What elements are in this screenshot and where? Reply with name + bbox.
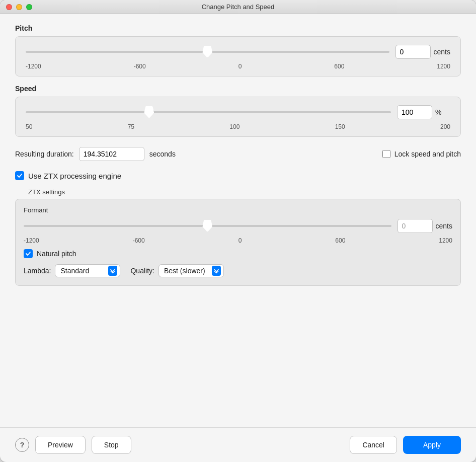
speed-slider-row: %: [26, 105, 450, 119]
pitch-tick-labels: -1200 -600 0 600 1200: [26, 63, 450, 70]
pitch-slider-row: cents: [26, 45, 450, 59]
maximize-button[interactable]: [26, 4, 32, 10]
apply-button[interactable]: Apply: [403, 436, 461, 454]
pitch-tick-2: 0: [239, 63, 242, 70]
speed-tick-4: 200: [440, 123, 450, 130]
speed-slider[interactable]: [26, 111, 391, 113]
duration-lock-row: Resulting duration: seconds Lock speed a…: [15, 147, 461, 161]
speed-tick-1: 75: [128, 123, 134, 130]
speed-tick-labels: 50 75 100 150 200: [26, 123, 450, 130]
pitch-section: Pitch cents -1200 -600 0 600 1200: [15, 24, 461, 76]
pitch-slider[interactable]: [26, 51, 389, 53]
natural-pitch-row: Natural pitch: [24, 249, 452, 258]
pitch-slider-container: [26, 47, 389, 57]
duration-input[interactable]: [79, 147, 144, 161]
ztx-engine-label: Use ZTX processing engine: [28, 172, 121, 180]
traffic-lights: [6, 4, 32, 10]
lambda-select-wrapper: Standard Fine Ultra: [55, 264, 120, 277]
speed-input[interactable]: [397, 105, 432, 119]
close-button[interactable]: [6, 4, 12, 10]
quality-select-wrapper: Best (slower) Good Fast: [158, 264, 224, 277]
speed-slider-box: % 50 75 100 150 200: [15, 97, 461, 137]
speed-slider-container: [26, 107, 391, 117]
pitch-tick-3: 600: [334, 63, 344, 70]
formant-tick-3: 600: [335, 237, 345, 244]
lambda-quality-row: Lambda: Standard Fine Ultra: [24, 264, 452, 277]
duration-label: Resulting duration:: [15, 150, 74, 158]
formant-tick-0: -1200: [24, 237, 39, 244]
natural-pitch-label: Natural pitch: [37, 250, 76, 258]
formant-tick-4: 1200: [439, 237, 452, 244]
lambda-group: Lambda: Standard Fine Ultra: [24, 264, 120, 277]
formant-slider-container: [24, 221, 391, 231]
speed-tick-0: 50: [26, 123, 32, 130]
window-title: Change Pitch and Speed: [202, 3, 275, 11]
title-bar: Change Pitch and Speed: [0, 0, 476, 14]
lock-label: Lock speed and pitch: [394, 150, 461, 158]
lock-row: Lock speed and pitch: [382, 150, 461, 158]
quality-group: Quality: Best (slower) Good Fast: [130, 264, 223, 277]
pitch-tick-0: -1200: [26, 63, 41, 70]
main-content: Pitch cents -1200 -600 0 600 1200: [0, 14, 476, 427]
lock-checkbox[interactable]: [382, 150, 390, 158]
pitch-slider-box: cents -1200 -600 0 600 1200: [15, 36, 461, 76]
minimize-button[interactable]: [16, 4, 22, 10]
speed-section: Speed % 50 75 100 150 200: [15, 85, 461, 137]
formant-tick-2: 0: [239, 237, 242, 244]
formant-tick-1: -600: [133, 237, 145, 244]
formant-input[interactable]: [398, 219, 433, 233]
speed-tick-3: 150: [335, 123, 345, 130]
speed-tick-2: 100: [229, 123, 240, 130]
ztx-box: Formant cents -1200 -600 0 600 1200: [15, 199, 461, 286]
duration-unit: seconds: [149, 150, 176, 158]
ztx-checkbox[interactable]: [15, 171, 24, 180]
speed-input-group: %: [397, 105, 450, 119]
bottom-bar: ? Preview Stop Cancel Apply: [0, 427, 476, 462]
speed-unit: %: [435, 108, 450, 116]
pitch-input-group: cents: [395, 45, 450, 59]
cancel-button[interactable]: Cancel: [350, 436, 397, 454]
ztx-settings-section: ZTX settings Formant cents -1200 -600: [15, 188, 461, 286]
ztx-engine-row: Use ZTX processing engine: [15, 171, 461, 180]
pitch-tick-1: -600: [134, 63, 146, 70]
formant-input-group: cents: [398, 219, 452, 233]
lambda-select[interactable]: Standard Fine Ultra: [55, 264, 120, 277]
main-window: Change Pitch and Speed Pitch cents -1200: [0, 0, 476, 462]
speed-label: Speed: [15, 85, 461, 93]
pitch-input[interactable]: [395, 45, 431, 59]
pitch-tick-4: 1200: [437, 63, 450, 70]
natural-pitch-checkbox[interactable]: [24, 249, 33, 258]
help-button[interactable]: ?: [15, 438, 29, 452]
pitch-unit: cents: [434, 48, 450, 56]
quality-select[interactable]: Best (slower) Good Fast: [158, 264, 224, 277]
formant-slider-row: cents: [24, 219, 452, 233]
formant-label: Formant: [24, 206, 452, 214]
pitch-label: Pitch: [15, 24, 461, 32]
stop-button[interactable]: Stop: [92, 436, 131, 454]
ztx-settings-label: ZTX settings: [28, 188, 461, 196]
lambda-label: Lambda:: [24, 267, 51, 275]
quality-label: Quality:: [130, 267, 154, 275]
formant-slider[interactable]: [24, 225, 391, 227]
formant-tick-labels: -1200 -600 0 600 1200: [24, 237, 452, 244]
preview-button[interactable]: Preview: [35, 436, 86, 454]
formant-unit: cents: [436, 222, 452, 230]
